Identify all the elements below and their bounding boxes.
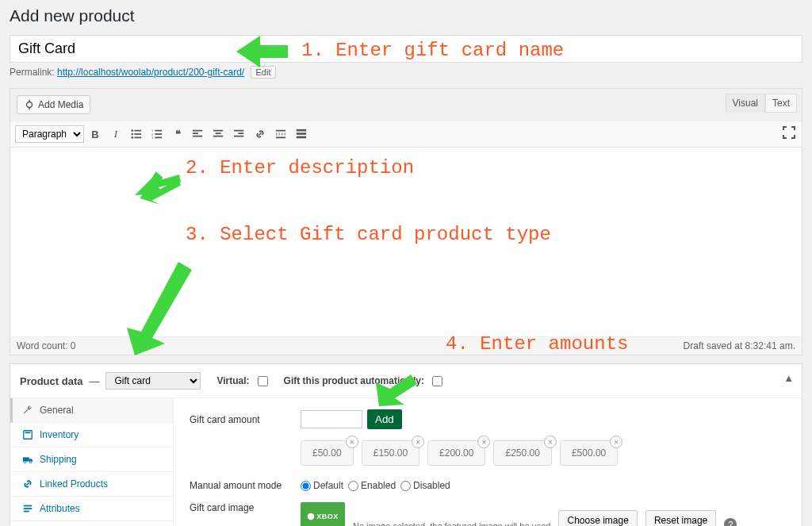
- image-hint: No image selected, the featured image wi…: [353, 521, 550, 526]
- svg-point-0: [27, 102, 33, 108]
- svg-rect-35: [24, 505, 33, 507]
- svg-rect-37: [24, 511, 29, 513]
- svg-rect-15: [193, 130, 202, 132]
- svg-point-33: [24, 461, 26, 463]
- svg-rect-30: [24, 431, 33, 440]
- svg-rect-20: [213, 136, 223, 137]
- toolbar-toggle-button[interactable]: [292, 125, 311, 144]
- svg-rect-28: [297, 132, 306, 135]
- tab-attributes[interactable]: Attributes: [10, 497, 173, 521]
- chip-remove-button[interactable]: ×: [412, 436, 424, 448]
- svg-rect-21: [234, 130, 243, 132]
- svg-rect-9: [155, 130, 162, 132]
- reset-image-button[interactable]: Reset image: [645, 510, 716, 526]
- permalink-link[interactable]: http://localhost/woolab/product/200-gift…: [57, 67, 244, 78]
- svg-rect-8: [134, 137, 141, 139]
- inventory-icon: [22, 429, 33, 440]
- format-select[interactable]: Paragraph: [15, 125, 84, 143]
- svg-rect-22: [238, 132, 243, 134]
- italic-button[interactable]: I: [106, 125, 125, 144]
- gift-auto-checkbox[interactable]: [432, 376, 442, 386]
- svg-rect-31: [25, 432, 31, 434]
- svg-rect-27: [297, 129, 306, 132]
- word-count: Word count: 0: [17, 340, 75, 351]
- align-right-button[interactable]: [230, 125, 249, 144]
- svg-rect-1: [29, 100, 29, 102]
- svg-rect-24: [276, 130, 285, 132]
- media-icon: [24, 99, 35, 110]
- manual-mode-default[interactable]: Default: [301, 480, 343, 491]
- svg-point-3: [131, 129, 133, 132]
- svg-rect-2: [29, 108, 29, 110]
- tab-linked-products[interactable]: Linked Products: [10, 472, 173, 497]
- svg-point-34: [29, 461, 32, 463]
- svg-rect-11: [155, 137, 162, 139]
- amount-chip: £150.00×: [362, 440, 419, 466]
- svg-rect-32: [23, 457, 29, 461]
- tab-visual[interactable]: Visual: [726, 94, 765, 113]
- tab-shipping[interactable]: Shipping: [10, 447, 173, 472]
- virtual-label: Virtual:: [216, 375, 249, 386]
- add-media-button[interactable]: Add Media: [17, 95, 90, 114]
- add-amount-button[interactable]: Add: [367, 409, 402, 429]
- truck-icon: [22, 454, 33, 465]
- align-left-button[interactable]: [189, 125, 208, 144]
- bulleted-list-button[interactable]: [127, 125, 146, 144]
- tab-inventory[interactable]: Inventory: [10, 423, 173, 447]
- svg-rect-4: [134, 130, 141, 132]
- manual-mode-disabled[interactable]: Disabled: [400, 480, 450, 491]
- svg-point-7: [131, 136, 133, 139]
- svg-rect-6: [134, 133, 141, 135]
- chip-remove-button[interactable]: ×: [610, 436, 622, 448]
- link-icon: [22, 478, 33, 490]
- attributes-icon: [22, 503, 33, 514]
- permalink-edit-button[interactable]: Edit: [251, 66, 277, 79]
- insert-more-button[interactable]: [271, 125, 290, 144]
- product-data-title: Product data: [20, 375, 82, 387]
- tab-advanced[interactable]: Advanced: [10, 521, 173, 526]
- chip-remove-button[interactable]: ×: [346, 436, 358, 448]
- content-editor[interactable]: [10, 148, 802, 336]
- bold-button[interactable]: B: [86, 125, 105, 144]
- product-type-select[interactable]: Gift card: [105, 372, 201, 390]
- tab-text[interactable]: Text: [765, 94, 797, 113]
- tab-general[interactable]: General: [10, 398, 173, 423]
- chip-remove-button[interactable]: ×: [544, 436, 557, 448]
- svg-rect-17: [193, 136, 202, 137]
- manual-mode-enabled[interactable]: Enabled: [348, 480, 396, 491]
- svg-rect-10: [155, 133, 162, 135]
- svg-rect-25: [276, 133, 285, 135]
- amount-chip: £50.00×: [301, 440, 354, 466]
- svg-rect-16: [193, 132, 198, 134]
- panel-collapse-button[interactable]: ▲: [783, 372, 794, 384]
- choose-image-button[interactable]: Choose image: [558, 510, 637, 526]
- xbox-icon: [307, 513, 315, 520]
- page-title: Add new product: [10, 6, 802, 25]
- draft-saved-status: Draft saved at 8:32:41 am.: [684, 340, 795, 351]
- svg-point-39: [308, 513, 315, 520]
- manual-mode-label: Manual amount mode: [190, 480, 301, 491]
- gift-image-label: Gift card image: [190, 502, 301, 513]
- gift-card-image-thumb[interactable]: XBOX: [301, 502, 345, 526]
- svg-rect-23: [234, 136, 243, 137]
- svg-rect-36: [24, 508, 33, 509]
- align-center-button[interactable]: [209, 125, 228, 144]
- chip-remove-button[interactable]: ×: [477, 436, 490, 448]
- product-title-input[interactable]: [10, 35, 802, 63]
- svg-rect-19: [216, 132, 221, 134]
- permalink-label: Permalink:: [10, 67, 55, 78]
- link-button[interactable]: [251, 125, 270, 144]
- svg-rect-18: [213, 130, 223, 132]
- svg-text:3: 3: [151, 136, 154, 140]
- svg-rect-29: [297, 136, 306, 139]
- fullscreen-button[interactable]: [783, 126, 795, 141]
- gift-amount-label: Gift card amount: [190, 414, 301, 425]
- gift-amount-input[interactable]: [301, 410, 362, 428]
- virtual-checkbox[interactable]: [258, 376, 268, 386]
- numbered-list-button[interactable]: 123: [147, 125, 167, 144]
- wrench-icon: [22, 405, 33, 416]
- amount-chip: £500.00×: [560, 440, 618, 466]
- blockquote-button[interactable]: ❝: [168, 125, 187, 144]
- help-icon[interactable]: ?: [724, 518, 737, 526]
- amount-chip: £200.00×: [427, 440, 485, 466]
